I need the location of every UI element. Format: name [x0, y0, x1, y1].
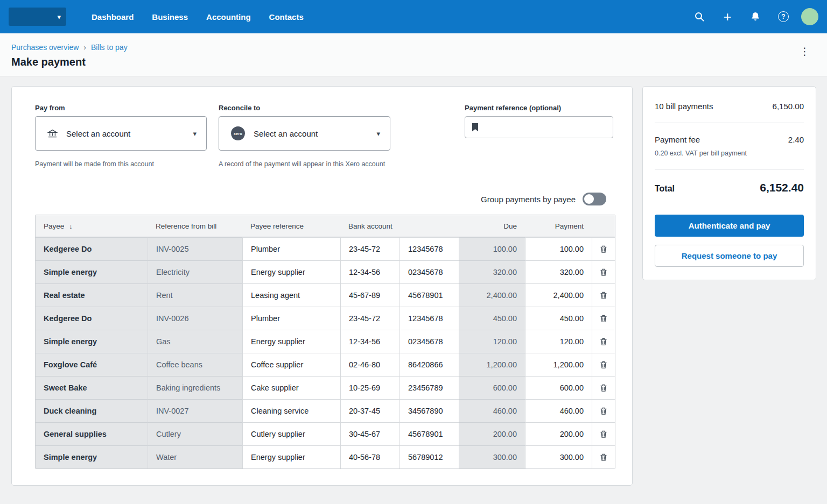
nav-item-dashboard[interactable]: Dashboard — [82, 7, 143, 27]
column-header-bank-account[interactable]: Bank account — [340, 215, 459, 237]
bank-icon — [47, 129, 58, 138]
column-header-due[interactable]: Due — [459, 215, 525, 237]
column-header-payment[interactable]: Payment — [525, 215, 592, 237]
column-header-payee-reference[interactable]: Payee reference — [242, 215, 340, 237]
overflow-menu-icon[interactable]: ⋮ — [800, 46, 810, 56]
payment-fee-amount: 2.40 — [788, 135, 804, 144]
payment-cell[interactable]: 600.00 — [525, 376, 592, 399]
breadcrumb-link-bills-to-pay[interactable]: Bills to pay — [91, 43, 128, 52]
account-number-cell[interactable]: 86420866 — [400, 353, 459, 376]
reference-from-bill-cell: Electricity — [148, 260, 242, 283]
total-amount: 6,152.40 — [760, 181, 804, 194]
user-avatar[interactable] — [801, 8, 818, 25]
payee-reference-cell[interactable]: Leasing agent — [242, 283, 340, 307]
payee-cell: Simple energy — [36, 445, 148, 468]
summary-divider — [655, 123, 804, 123]
request-someone-to-pay-button[interactable]: Request someone to pay — [655, 245, 804, 267]
column-header-actions — [592, 215, 615, 237]
sort-code-cell[interactable]: 02-46-80 — [340, 353, 400, 376]
payee-reference-cell[interactable]: Cleaning service — [242, 399, 340, 422]
breadcrumb-link-purchases-overview[interactable]: Purchases overview — [11, 43, 79, 52]
delete-row-button[interactable] — [592, 445, 615, 468]
due-cell: 2,400.00 — [459, 283, 525, 307]
organisation-selector[interactable]: ▾ — [9, 8, 66, 26]
due-cell: 200.00 — [459, 422, 525, 445]
payment-reference-label: Payment reference (optional) — [465, 104, 613, 112]
delete-row-button[interactable] — [592, 399, 615, 422]
notifications-bell-icon[interactable] — [745, 6, 766, 27]
payment-cell[interactable]: 460.00 — [525, 399, 592, 422]
payee-reference-cell[interactable]: Energy supplier — [242, 445, 340, 468]
payee-reference-cell[interactable]: Plumber — [242, 307, 340, 330]
nav-item-contacts[interactable]: Contacts — [260, 7, 313, 27]
authenticate-and-pay-button[interactable]: Authenticate and pay — [655, 215, 804, 237]
due-cell: 1,200.00 — [459, 353, 525, 376]
payee-reference-cell[interactable]: Cake supplier — [242, 376, 340, 399]
account-number-cell[interactable]: 02345678 — [400, 330, 459, 353]
bill-payments-count: 10 bill payments — [655, 102, 713, 111]
sort-code-cell[interactable]: 12-34-56 — [340, 330, 400, 353]
payment-cell[interactable]: 2,400.00 — [525, 283, 592, 307]
delete-row-button[interactable] — [592, 307, 615, 330]
group-payments-toggle[interactable] — [583, 193, 606, 205]
delete-row-button[interactable] — [592, 376, 615, 399]
delete-row-button[interactable] — [592, 422, 615, 445]
pay-from-select[interactable]: Select an account ▾ — [35, 116, 207, 151]
sort-code-cell[interactable]: 20-37-45 — [340, 399, 400, 422]
delete-row-button[interactable] — [592, 353, 615, 376]
account-number-cell[interactable]: 34567890 — [400, 399, 459, 422]
account-number-cell[interactable]: 12345678 — [400, 237, 459, 260]
sort-code-cell[interactable]: 40-56-78 — [340, 445, 400, 468]
payee-cell: Duck cleaning — [36, 399, 148, 422]
account-number-cell[interactable]: 56789012 — [400, 445, 459, 468]
bill-payments-amount: 6,150.00 — [773, 102, 804, 111]
pay-from-label: Pay from — [35, 104, 207, 112]
account-number-cell[interactable]: 02345678 — [400, 260, 459, 283]
account-number-cell[interactable]: 23456789 — [400, 376, 459, 399]
help-icon[interactable]: ? — [773, 6, 794, 27]
search-icon[interactable] — [689, 6, 710, 27]
reference-from-bill-cell: INV-0026 — [148, 307, 242, 330]
account-number-cell[interactable]: 12345678 — [400, 307, 459, 330]
sort-code-cell[interactable]: 23-45-72 — [340, 307, 400, 330]
bookmark-icon — [472, 123, 479, 132]
delete-row-button[interactable] — [592, 237, 615, 260]
payment-cell[interactable]: 1,200.00 — [525, 353, 592, 376]
chevron-down-icon: ▾ — [57, 13, 61, 20]
column-header-reference[interactable]: Reference from bill — [148, 215, 242, 237]
plus-icon[interactable]: + — [717, 6, 738, 27]
nav-item-accounting[interactable]: Accounting — [197, 7, 260, 27]
payee-reference-cell[interactable]: Plumber — [242, 237, 340, 260]
delete-row-button[interactable] — [592, 260, 615, 283]
payee-cell: Sweet Bake — [36, 376, 148, 399]
reference-from-bill-cell: Rent — [148, 283, 242, 307]
payment-cell[interactable]: 100.00 — [525, 237, 592, 260]
payment-cell[interactable]: 450.00 — [525, 307, 592, 330]
payee-cell: General supplies — [36, 422, 148, 445]
payee-reference-cell[interactable]: Energy supplier — [242, 330, 340, 353]
payment-cell[interactable]: 200.00 — [525, 422, 592, 445]
payee-reference-cell[interactable]: Cutlery supplier — [242, 422, 340, 445]
account-number-cell[interactable]: 45678901 — [400, 422, 459, 445]
sort-code-cell[interactable]: 10-25-69 — [340, 376, 400, 399]
nav-item-business[interactable]: Business — [143, 7, 197, 27]
reconcile-to-helper-text: A record of the payment will appear in t… — [219, 160, 390, 168]
trash-icon — [600, 268, 607, 277]
reconcile-to-select[interactable]: xero Select an account ▾ — [219, 116, 390, 151]
sort-code-cell[interactable]: 45-67-89 — [340, 283, 400, 307]
delete-row-button[interactable] — [592, 283, 615, 307]
payment-reference-input[interactable] — [484, 123, 606, 132]
payment-cell[interactable]: 320.00 — [525, 260, 592, 283]
payment-cell[interactable]: 300.00 — [525, 445, 592, 468]
sort-code-cell[interactable]: 12-34-56 — [340, 260, 400, 283]
column-header-payee[interactable]: Payee ↓ — [36, 215, 148, 237]
delete-row-button[interactable] — [592, 330, 615, 353]
payee-reference-cell[interactable]: Coffee supplier — [242, 353, 340, 376]
account-number-cell[interactable]: 45678901 — [400, 283, 459, 307]
sort-code-cell[interactable]: 30-45-67 — [340, 422, 400, 445]
payee-reference-cell[interactable]: Energy supplier — [242, 260, 340, 283]
trash-icon — [600, 245, 607, 254]
payment-cell[interactable]: 120.00 — [525, 330, 592, 353]
payee-cell: Foxglove Café — [36, 353, 148, 376]
sort-code-cell[interactable]: 23-45-72 — [340, 237, 400, 260]
